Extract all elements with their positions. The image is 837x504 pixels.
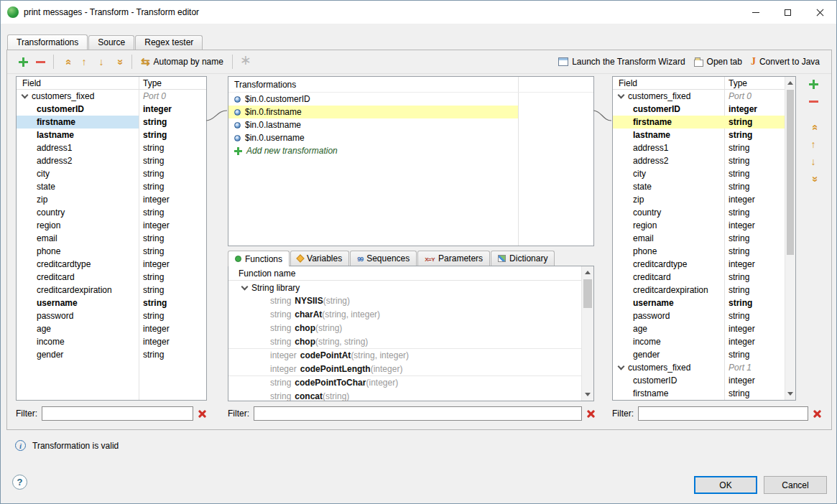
move-down-button[interactable]	[93, 53, 110, 70]
field-row[interactable]: phonestring	[613, 245, 785, 258]
field-row[interactable]: address1string	[613, 141, 785, 154]
scroll-down-button[interactable]	[582, 389, 593, 400]
field-row[interactable]: regioninteger	[17, 219, 206, 232]
field-row[interactable]: customerIDinteger	[613, 103, 785, 116]
function-row[interactable]: stringcodePointToChar(integer)	[228, 376, 581, 390]
output-filter-field[interactable]	[638, 406, 808, 421]
function-row[interactable]: stringchop(string)	[228, 322, 581, 335]
add-transformation-row[interactable]: Add new transformation	[228, 144, 518, 157]
clear-filter-icon[interactable]	[586, 409, 596, 419]
field-row[interactable]: customerIDinteger	[17, 103, 206, 116]
field-row[interactable]: firstnamestring	[613, 116, 785, 129]
open-tab-button[interactable]: Open tab	[690, 53, 746, 70]
scroll-up-button[interactable]	[582, 267, 593, 278]
automap-button[interactable]: Automap by name	[137, 53, 228, 70]
move-field-down-button[interactable]	[805, 154, 822, 169]
field-row[interactable]: incomeinteger	[17, 335, 206, 348]
field-row[interactable]: customers_fixedPort 1	[613, 361, 785, 374]
field-row[interactable]: zipinteger	[613, 193, 785, 206]
field-row[interactable]: firstnamestring	[17, 116, 206, 129]
field-row[interactable]: address2string	[17, 154, 206, 167]
transform-item[interactable]: $in.0.firstname	[228, 106, 518, 118]
tab-functions[interactable]: Functions	[228, 251, 290, 266]
field-row[interactable]: customerIDinteger	[613, 374, 785, 387]
clear-filter-icon[interactable]	[198, 409, 207, 419]
input-filter-field[interactable]	[42, 406, 193, 421]
field-row[interactable]: statestring	[17, 180, 206, 193]
clear-filter-icon[interactable]	[813, 409, 822, 419]
field-row[interactable]: lastnamestring	[613, 129, 785, 141]
field-row[interactable]: ageinteger	[613, 322, 785, 335]
function-group-row[interactable]: String library	[228, 281, 593, 294]
function-row[interactable]: stringconcat(string)	[228, 390, 581, 403]
tab-sequences[interactable]: Sequences	[350, 251, 417, 266]
function-row[interactable]: integercodePointLength(integer)	[228, 363, 581, 376]
field-row[interactable]: emailstring	[17, 232, 206, 245]
remove-button[interactable]	[32, 53, 49, 70]
tab-regex-tester[interactable]: Regex tester	[135, 35, 203, 50]
launch-wizard-button[interactable]: Launch the Transform Wizard	[554, 53, 689, 70]
field-row[interactable]: genderstring	[17, 348, 206, 361]
field-row[interactable]: customers_fixedPort 0	[17, 90, 206, 103]
field-row[interactable]: genderstring	[613, 348, 785, 361]
tab-variables[interactable]: Variables	[290, 251, 349, 266]
field-row[interactable]: emailstring	[613, 232, 785, 245]
ok-button[interactable]: OK	[694, 476, 757, 494]
field-row[interactable]: incomeinteger	[613, 335, 785, 348]
extra-mapping-button[interactable]	[237, 53, 254, 70]
field-row[interactable]: countrystring	[613, 206, 785, 219]
expander-icon[interactable]	[618, 363, 625, 370]
field-row[interactable]: creditcardtypeinteger	[613, 258, 785, 271]
function-row[interactable]: stringNYSIIS(string)	[228, 294, 581, 308]
expander-icon[interactable]	[618, 92, 625, 99]
field-row[interactable]: creditcardstring	[613, 271, 785, 284]
convert-to-java-button[interactable]: Convert to Java	[746, 53, 824, 70]
tab-transformations[interactable]: Transformations	[7, 34, 88, 50]
remove-field-button[interactable]	[805, 93, 822, 109]
move-up-button[interactable]	[75, 53, 93, 70]
move-bottom-button[interactable]	[110, 53, 127, 70]
transform-item[interactable]: $in.0.customerID	[228, 93, 518, 106]
field-row[interactable]: firstnamestring	[613, 387, 785, 400]
tab-source[interactable]: Source	[88, 35, 134, 50]
function-row[interactable]: integercodePointAt(string, integer)	[228, 349, 581, 363]
output-scrollbar[interactable]	[785, 77, 795, 400]
scroll-up-button[interactable]	[785, 78, 795, 88]
field-row[interactable]: usernamestring	[613, 297, 785, 309]
tab-dictionary[interactable]: Dictionary	[491, 251, 555, 266]
function-row[interactable]: stringcharAt(string, integer)	[228, 308, 581, 322]
field-row[interactable]: creditcardexpirationstring	[613, 284, 785, 297]
field-row[interactable]: address2string	[613, 154, 785, 167]
move-top-button[interactable]	[58, 53, 75, 70]
field-row[interactable]: regioninteger	[613, 219, 785, 232]
field-row[interactable]: countrystring	[17, 206, 206, 219]
field-row[interactable]: creditcardexpirationstring	[17, 284, 206, 297]
transform-item[interactable]: $in.0.lastname	[228, 118, 518, 131]
transform-item[interactable]: $in.0.username	[228, 131, 518, 144]
add-button[interactable]	[14, 53, 32, 70]
expander-icon[interactable]	[22, 92, 29, 99]
function-row[interactable]: stringchop(string, string)	[228, 335, 581, 349]
scrollbar-thumb[interactable]	[787, 90, 794, 255]
field-row[interactable]: creditcardtypeinteger	[17, 258, 206, 271]
functions-scrollbar[interactable]	[581, 266, 593, 401]
expander-icon[interactable]	[241, 283, 249, 290]
scrollbar-thumb[interactable]	[583, 279, 592, 308]
field-row[interactable]: creditcardstring	[17, 271, 206, 284]
field-row[interactable]: zipinteger	[17, 193, 206, 206]
field-row[interactable]: passwordstring	[17, 309, 206, 322]
field-row[interactable]: address1string	[17, 141, 206, 154]
move-field-top-button[interactable]	[805, 119, 822, 135]
minimize-button[interactable]	[739, 1, 772, 24]
scroll-down-button[interactable]	[785, 388, 795, 399]
field-row[interactable]: customers_fixedPort 0	[613, 90, 785, 103]
field-row[interactable]: statestring	[613, 180, 785, 193]
field-row[interactable]: usernamestring	[17, 297, 206, 309]
field-row[interactable]: ageinteger	[17, 322, 206, 335]
maximize-button[interactable]	[772, 1, 804, 24]
help-button[interactable]	[12, 475, 27, 490]
field-row[interactable]: citystring	[17, 167, 206, 180]
tab-parameters[interactable]: Parameters	[417, 251, 490, 266]
move-field-up-button[interactable]	[805, 136, 822, 152]
move-field-bottom-button[interactable]	[805, 171, 822, 187]
